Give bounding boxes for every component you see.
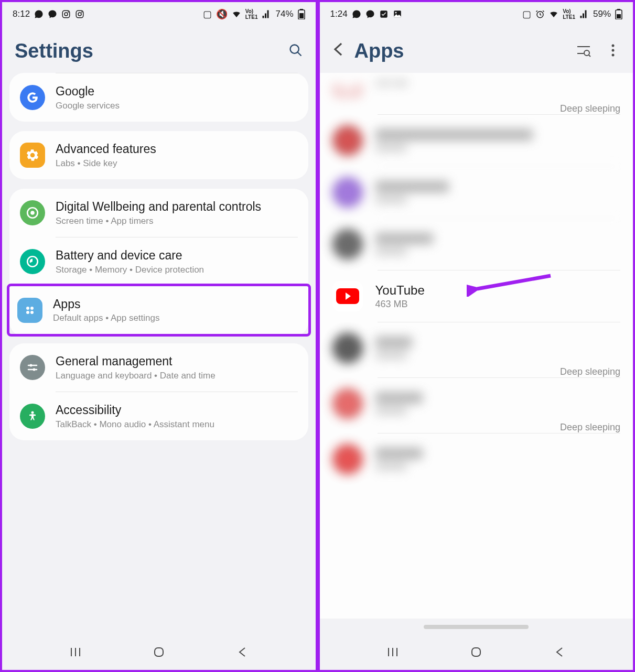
back-button[interactable] (552, 645, 567, 659)
svg-point-17 (30, 311, 34, 314)
item-sub: Language and keyboard • Date and time (56, 371, 298, 381)
svg-point-29 (395, 12, 396, 14)
app-sub: ████ (375, 462, 407, 471)
apps-header: Apps (320, 24, 633, 73)
search-icon[interactable] (288, 43, 303, 60)
item-title: Apps (53, 297, 300, 312)
app-icon (332, 229, 363, 259)
battery-saver-icon: ▢ (203, 8, 212, 20)
svg-point-22 (31, 411, 34, 414)
app-title: ██████ (375, 392, 423, 404)
app-row[interactable]: ██████████ ████ (320, 167, 633, 218)
svg-point-14 (26, 307, 29, 310)
settings-item-battery-care[interactable]: Battery and device care Storage • Memory… (9, 237, 308, 286)
volte-icon: Vo)LTE1 (563, 8, 575, 20)
battery-icon (298, 9, 305, 19)
recents-button[interactable] (385, 645, 400, 659)
more-icon[interactable] (606, 43, 620, 60)
svg-point-19 (30, 364, 33, 367)
svg-point-16 (26, 311, 29, 314)
app-sub: ████ (375, 144, 407, 152)
svg-point-4 (78, 13, 81, 16)
app-title: ████████████████ (375, 129, 533, 140)
svg-rect-26 (155, 648, 163, 656)
svg-point-21 (33, 368, 36, 371)
app-size: 308 MB (375, 78, 621, 89)
item-sub: TalkBack • Mono audio • Assistant menu (56, 419, 298, 430)
svg-point-39 (612, 49, 615, 51)
chat-icon (365, 9, 375, 19)
item-title: Battery and device care (56, 248, 298, 264)
back-icon[interactable] (332, 41, 344, 61)
svg-point-5 (81, 12, 82, 13)
item-sub: Default apps • App settings (53, 313, 300, 323)
item-title: General management (56, 354, 298, 370)
item-sub: Labs • Side key (56, 158, 298, 169)
settings-item-apps[interactable]: Apps Default apps • App settings (7, 284, 311, 337)
app-icon (332, 73, 363, 98)
app-title: ██████████ (375, 181, 449, 192)
check-icon (379, 9, 389, 19)
settings-item-google[interactable]: Google Google services (9, 73, 308, 122)
youtube-icon (332, 281, 363, 311)
apps-list[interactable]: 308 MB Deep sleeping ████████████████ ██… (320, 73, 633, 634)
settings-list[interactable]: Google Google services Advanced features… (2, 73, 316, 634)
app-row-youtube[interactable]: YouTube 463 MB (320, 270, 633, 322)
app-row[interactable]: ████████████████ ████ (320, 115, 633, 166)
svg-rect-45 (472, 648, 480, 656)
app-row[interactable]: ██████ ████ (320, 378, 633, 429)
instagram2-icon (75, 9, 84, 19)
apps-icon (17, 298, 42, 323)
mute-icon: 🔇 (216, 8, 228, 20)
recents-button[interactable] (68, 645, 83, 659)
home-button[interactable] (152, 645, 166, 659)
app-title: ████████ (375, 233, 433, 244)
svg-point-15 (30, 307, 34, 310)
item-sub: Storage • Memory • Device protection (56, 265, 298, 275)
phone-apps: 1:24 ▢ Vo)LTE1 (318, 0, 636, 672)
app-title: ██████ (375, 448, 423, 459)
app-row[interactable]: ██████ ████ (320, 433, 633, 485)
item-title: Google (56, 84, 298, 100)
sliders-icon (20, 355, 45, 380)
item-sub: Screen time • App timers (56, 216, 298, 226)
svg-rect-8 (299, 13, 304, 18)
svg-point-40 (612, 53, 615, 56)
home-button[interactable] (469, 645, 483, 659)
accessibility-icon (20, 404, 45, 429)
settings-item-general-mgmt[interactable]: General management Language and keyboard… (9, 343, 308, 392)
wifi-icon (232, 9, 241, 19)
app-sub: ████ (375, 247, 407, 256)
page-title: Settings (15, 40, 93, 62)
phone-settings: 8:12 ▢ 🔇 Vo)LTE1 74% (0, 0, 318, 672)
svg-point-9 (290, 45, 298, 53)
nav-bar (2, 634, 316, 670)
svg-point-1 (64, 13, 68, 16)
status-bar: 8:12 ▢ 🔇 Vo)LTE1 74% (2, 2, 316, 24)
settings-item-wellbeing[interactable]: Digital Wellbeing and parental controls … (9, 189, 308, 237)
svg-line-10 (297, 52, 301, 56)
back-button[interactable] (235, 645, 250, 659)
filter-search-icon[interactable] (576, 43, 591, 60)
app-icon (332, 444, 363, 474)
status-battery-pct: 59% (593, 9, 611, 19)
item-sub: Google services (56, 101, 298, 111)
alarm-icon (535, 9, 545, 19)
settings-item-advanced-features[interactable]: Advanced features Labs • Side key (9, 131, 308, 179)
settings-item-accessibility[interactable]: Accessibility TalkBack • Mono audio • As… (9, 392, 308, 440)
whatsapp-icon (34, 9, 44, 19)
gear-icon (20, 143, 45, 168)
app-icon (332, 125, 363, 156)
settings-group: Google Google services (9, 73, 308, 122)
status-time: 8:12 (13, 9, 30, 19)
status-battery-pct: 74% (275, 9, 293, 19)
app-row[interactable]: ████████ ████ (320, 219, 633, 270)
scrollbar-thumb[interactable] (424, 625, 529, 629)
app-icon (332, 388, 363, 419)
volte-icon: Vo)LTE1 (245, 8, 258, 20)
image-icon (393, 9, 402, 19)
app-row[interactable]: ████ ████ (320, 322, 633, 374)
app-row-partial[interactable]: 308 MB (320, 73, 633, 109)
settings-header: Settings (2, 24, 316, 73)
app-sub: ████ (375, 196, 407, 204)
